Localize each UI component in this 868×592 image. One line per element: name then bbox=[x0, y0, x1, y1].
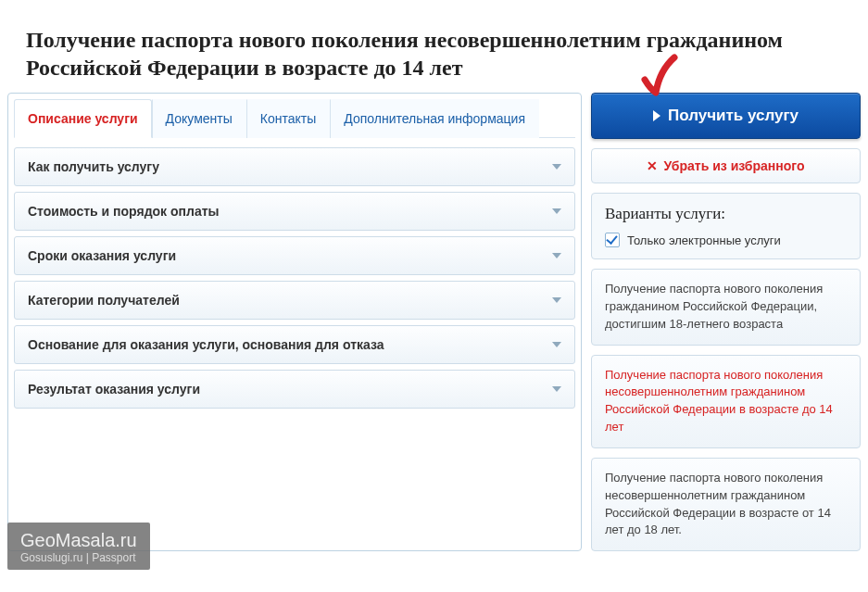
close-icon: ✕ bbox=[647, 158, 658, 173]
accordion-label: Сроки оказания услуги bbox=[28, 248, 176, 263]
tabs: Описание услуги Документы Контакты Допол… bbox=[14, 99, 575, 138]
accordion-label: Категории получателей bbox=[28, 293, 180, 308]
accordion-label: Результат оказания услуги bbox=[28, 382, 200, 397]
chevron-down-icon bbox=[552, 386, 561, 392]
play-icon bbox=[653, 110, 660, 121]
tab-extra-info[interactable]: Дополнительная информация bbox=[330, 99, 539, 138]
panel-title: Варианты услуги: bbox=[605, 205, 847, 223]
variant-14-to-18[interactable]: Получение паспорта нового поколения несо… bbox=[591, 458, 861, 551]
checkbox-label: Только электронные услуги bbox=[627, 233, 781, 247]
chevron-down-icon bbox=[552, 208, 561, 214]
accordion: Как получить услугу Стоимость и порядок … bbox=[14, 147, 575, 409]
accordion-cost[interactable]: Стоимость и порядок оплаты bbox=[14, 192, 575, 231]
watermark: GeoMasala.ru Gosuslugi.ru | Passport bbox=[7, 523, 150, 570]
page-title: Получение паспорта нового поколения несо… bbox=[0, 0, 868, 93]
variant-under-14[interactable]: Получение паспорта нового поколения несо… bbox=[591, 355, 861, 448]
sidebar: Получить услугу ✕Убрать из избранного Ва… bbox=[591, 93, 861, 551]
chevron-down-icon bbox=[552, 164, 561, 170]
button-label: Убрать из избранного bbox=[663, 158, 804, 173]
chevron-down-icon bbox=[552, 297, 561, 303]
tab-contacts[interactable]: Контакты bbox=[246, 99, 330, 138]
only-electronic-checkbox[interactable]: Только электронные услуги bbox=[605, 233, 847, 247]
accordion-result[interactable]: Результат оказания услуги bbox=[14, 370, 575, 409]
service-options-panel: Варианты услуги: Только электронные услу… bbox=[591, 193, 861, 259]
accordion-label: Основание для оказания услуги, основания… bbox=[28, 337, 384, 352]
accordion-label: Стоимость и порядок оплаты bbox=[28, 204, 220, 219]
accordion-timing[interactable]: Сроки оказания услуги bbox=[14, 236, 575, 275]
accordion-label: Как получить услугу bbox=[28, 159, 159, 174]
chevron-down-icon bbox=[552, 253, 561, 258]
chevron-down-icon bbox=[552, 342, 561, 347]
watermark-line2: Gosuslugi.ru | Passport bbox=[20, 551, 137, 564]
variant-18plus[interactable]: Получение паспорта нового поколения граж… bbox=[591, 269, 861, 346]
accordion-categories[interactable]: Категории получателей bbox=[14, 281, 575, 320]
checkbox-checked-icon bbox=[605, 233, 620, 247]
remove-favorite-button[interactable]: ✕Убрать из избранного bbox=[591, 148, 861, 183]
tab-description[interactable]: Описание услуги bbox=[14, 99, 152, 138]
accordion-grounds[interactable]: Основание для оказания услуги, основания… bbox=[14, 325, 575, 364]
get-service-button[interactable]: Получить услугу bbox=[591, 93, 861, 139]
main-panel: Описание услуги Документы Контакты Допол… bbox=[7, 93, 582, 551]
tab-documents[interactable]: Документы bbox=[152, 99, 246, 138]
button-label: Получить услугу bbox=[668, 107, 799, 124]
accordion-how-to-get[interactable]: Как получить услугу bbox=[14, 147, 575, 186]
watermark-line1: GeoMasala.ru bbox=[20, 530, 137, 551]
